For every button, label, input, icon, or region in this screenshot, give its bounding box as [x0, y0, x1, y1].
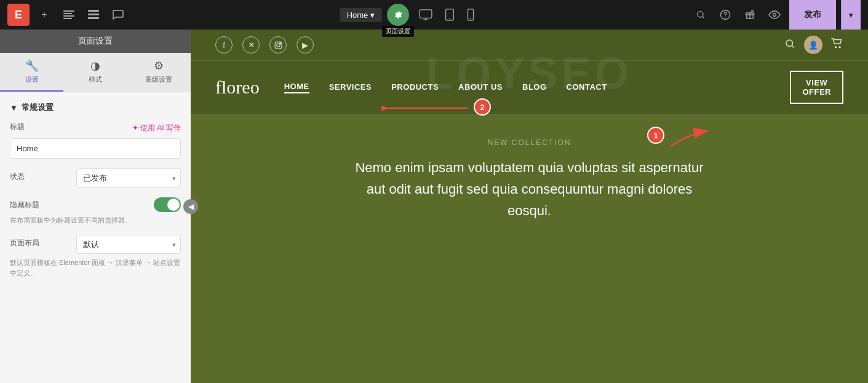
publish-button[interactable]: 发布 [789, 0, 836, 30]
svg-point-23 [835, 46, 837, 48]
facebook-icon[interactable]: f [215, 36, 233, 53]
hide-title-helper: 在布局面板中为标题设置不同的选择器。 [10, 216, 181, 225]
website-preview: LOYSEO f ✕ ▶ 👤 [191, 30, 868, 383]
youtube-icon[interactable]: ▶ [297, 36, 314, 53]
user-avatar[interactable]: 👤 [804, 36, 822, 54]
search-button[interactable] [691, 5, 711, 25]
svg-point-18 [773, 14, 776, 17]
layers-button[interactable] [84, 5, 103, 25]
tab-style[interactable]: ◑ 样式 [63, 53, 127, 92]
desktop-view-button[interactable] [414, 7, 437, 23]
page-selector-button[interactable]: Home ▾ [340, 8, 383, 22]
site-logo: floreo [215, 77, 260, 98]
layout-select-wrapper: 默认 ▾ [76, 235, 181, 254]
tab-settings[interactable]: 🔧 设置 [0, 53, 63, 92]
panel-tabs: 🔧 设置 ◑ 样式 ⚙ 高级设置 [0, 53, 191, 92]
hide-title-label: 隐藏标题 [10, 200, 39, 210]
layout-select[interactable]: 默认 [76, 235, 181, 254]
top-toolbar: E + Home ▾ 页面设置 [0, 0, 868, 30]
nav-home[interactable]: HOME [284, 82, 309, 93]
help-button[interactable] [715, 5, 735, 25]
svg-point-24 [838, 46, 840, 48]
comments-button[interactable] [108, 5, 128, 25]
status-select-wrapper: 已发布 草稿 ▾ [76, 168, 181, 188]
svg-rect-6 [88, 17, 99, 19]
social-icons: f ✕ ▶ [215, 36, 314, 53]
layout-helper: 默认页面模板在 Elementor 面板 → 汉堡菜单 → 站点设置中定义。 [10, 258, 181, 278]
collection-label: NEW COLLECTION [215, 138, 843, 147]
site-right-icons: 👤 [784, 36, 843, 54]
svg-rect-5 [88, 14, 99, 15]
svg-rect-2 [63, 15, 74, 17]
page-settings-gear[interactable]: 页面设置 [387, 4, 409, 26]
toggle-knob [167, 199, 180, 211]
status-field-row: 状态 已发布 草稿 ▾ [10, 168, 181, 188]
preview-button[interactable] [765, 5, 784, 25]
tab-advanced[interactable]: ⚙ 高级设置 [127, 53, 191, 92]
navigator-button[interactable] [59, 5, 79, 25]
svg-point-14 [725, 17, 726, 18]
status-label: 状态 [10, 172, 25, 182]
instagram-icon[interactable] [269, 36, 287, 53]
mobile-view-button[interactable] [462, 6, 479, 23]
svg-point-20 [276, 43, 279, 46]
hide-title-row: 隐藏标题 [10, 197, 181, 212]
status-select[interactable]: 已发布 草稿 [76, 168, 181, 188]
main-layout: 页面设置 🔧 设置 ◑ 样式 ⚙ 高级设置 ▼ 常规设置 [0, 30, 868, 383]
ai-write-button[interactable]: ✦ 使用 AI 写作 [132, 123, 181, 133]
nav-products[interactable]: PRODUCTS [391, 82, 439, 93]
layout-label: 页面布局 [10, 238, 39, 248]
tablet-view-button[interactable] [440, 6, 460, 23]
cart-icon[interactable] [831, 38, 843, 52]
twitter-icon[interactable]: ✕ [242, 36, 260, 53]
title-input[interactable] [10, 138, 181, 159]
panel-header: 页面设置 [0, 30, 191, 53]
panel-collapse-button[interactable]: ◀ [183, 199, 198, 214]
hide-title-toggle[interactable] [154, 197, 181, 212]
nav-links: HOME SERVICES PRODUCTS ABOUT US BLOG CON… [284, 82, 790, 93]
svg-rect-3 [63, 18, 72, 19]
wrench-icon: 🔧 [25, 59, 39, 73]
svg-rect-4 [88, 10, 99, 12]
layout-field-row: 页面布局 默认 ▾ [10, 235, 181, 254]
svg-point-12 [698, 12, 703, 17]
nav-services[interactable]: SERVICES [329, 82, 372, 93]
canvas-area: LOYSEO f ✕ ▶ 👤 [191, 30, 868, 383]
panel-content: ▼ 常规设置 标题 ✦ 使用 AI 写作 状态 已发布 草稿 [0, 92, 191, 383]
publish-dropdown-button[interactable]: ▾ [841, 0, 861, 30]
elementor-logo[interactable]: E [7, 4, 30, 26]
nav-contact[interactable]: CONTACT [567, 82, 607, 93]
toolbar-center: Home ▾ 页面设置 [133, 4, 686, 26]
title-label: 标题 [10, 122, 25, 132]
collapse-icon: ◀ [188, 202, 194, 211]
svg-point-9 [449, 18, 450, 19]
svg-point-22 [786, 40, 793, 47]
gift-button[interactable] [740, 5, 760, 25]
view-buttons [414, 6, 479, 23]
nav-about[interactable]: ABOUT US [458, 82, 503, 93]
advanced-icon: ⚙ [154, 59, 164, 73]
toolbar-right: 发布 ▾ [691, 0, 861, 30]
view-offer-button[interactable]: VIEWOFFER [790, 71, 843, 104]
site-nav: floreo HOME SERVICES PRODUCTS ABOUT US B… [191, 60, 868, 114]
general-settings-header: ▼ 常规设置 [10, 102, 181, 113]
svg-point-11 [470, 18, 471, 19]
svg-point-17 [751, 10, 754, 13]
svg-point-21 [279, 42, 281, 44]
svg-rect-7 [420, 10, 432, 18]
svg-rect-1 [63, 13, 72, 14]
site-search-icon[interactable] [784, 38, 795, 52]
nav-blog[interactable]: BLOG [522, 82, 547, 93]
style-icon: ◑ [90, 59, 100, 73]
svg-rect-0 [63, 10, 74, 12]
add-element-button[interactable]: + [34, 5, 54, 25]
title-field-row: 标题 ✦ 使用 AI 写作 [10, 122, 181, 159]
site-topbar: f ✕ ▶ 👤 [191, 30, 868, 60]
site-content: NEW COLLECTION Nemo enim ipsam voluptate… [191, 114, 868, 247]
site-heading: Nemo enim ipsam voluptatem quia voluptas… [345, 157, 714, 222]
section-collapse-arrow: ▼ [10, 103, 18, 113]
left-panel: 页面设置 🔧 设置 ◑ 样式 ⚙ 高级设置 ▼ 常规设置 [0, 30, 191, 383]
